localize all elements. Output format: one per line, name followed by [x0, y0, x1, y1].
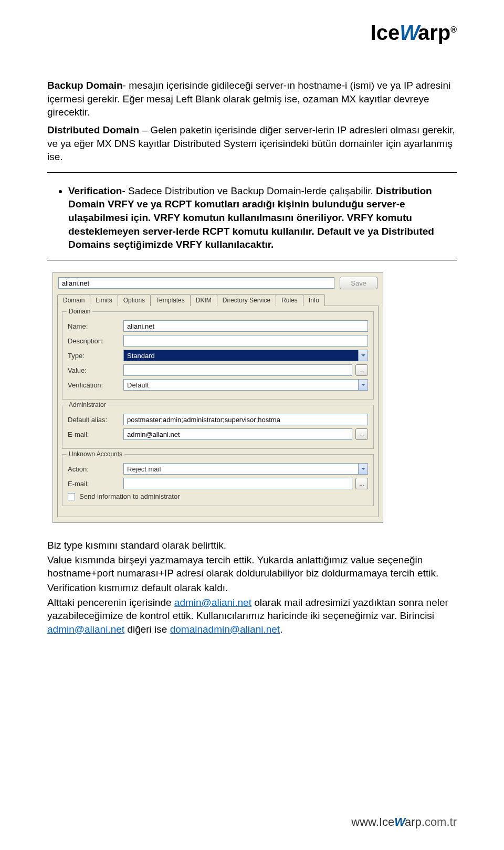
link-admin-2[interactable]: admin@aliani.net: [47, 624, 124, 635]
footer-w: W: [394, 815, 405, 828]
chevron-down-icon[interactable]: [358, 380, 368, 390]
label-action: Action:: [68, 465, 120, 473]
footer-www: www.: [351, 815, 379, 828]
input-name[interactable]: [123, 320, 368, 332]
tab-info[interactable]: Info: [303, 294, 325, 306]
tab-templates[interactable]: Templates: [150, 294, 191, 306]
tab-bar: Domain Limits Options Templates DKIM Dir…: [53, 294, 383, 306]
paragraph-distributed-domain: Distributed Domain – Gelen paketin içeri…: [47, 123, 457, 164]
browse-value-button[interactable]: ...: [355, 364, 368, 376]
select-verification[interactable]: Default: [123, 379, 368, 391]
bottom-line-3: Verification kısmımız default olarak kal…: [47, 581, 457, 595]
logo-w: W: [400, 21, 418, 44]
group-admin-title: Administrator: [67, 401, 108, 408]
domain-quick-input[interactable]: [58, 277, 334, 289]
group-unknown-title: Unknown Accounts: [67, 450, 124, 458]
term-backup-domain: Backup Domain: [47, 80, 123, 91]
group-unknown-accounts: Unknown Accounts Action: Reject mail E-m…: [62, 454, 374, 506]
tab-directory-service[interactable]: Directory Service: [217, 294, 276, 306]
browse-admin-email-button[interactable]: ...: [355, 428, 368, 440]
group-administrator: Administrator Default alias: E-mail: ...: [62, 405, 374, 449]
group-domain: Domain Name: Description: Type: Standard: [62, 311, 374, 400]
document-content: Backup Domain- mesajın içerisinde gidile…: [47, 79, 457, 636]
label-admin-email: E-mail:: [68, 431, 120, 438]
footer-ice: Ice: [379, 815, 394, 828]
checkbox-send-info[interactable]: [68, 493, 75, 500]
logo-reg: ®: [450, 25, 457, 34]
paragraph-backup-domain: Backup Domain- mesajın içerisinde gidile…: [47, 79, 457, 119]
chevron-down-icon[interactable]: [358, 464, 368, 474]
label-unknown-email: E-mail:: [68, 480, 120, 488]
tab-limits[interactable]: Limits: [90, 294, 118, 306]
bl4-a: Alttaki pencerenin içerisinde: [47, 597, 174, 608]
panel-top-row: Save: [53, 272, 383, 293]
bullet-list: Verification- Sadece Distribution ve Bac…: [47, 184, 457, 251]
bottom-line-2: Value kısmında birşeyi yazmamaya tercih …: [47, 553, 457, 580]
input-description[interactable]: [123, 335, 368, 347]
label-verification: Verification:: [68, 381, 120, 389]
link-domainadmin[interactable]: domainadmin@aliani.net: [170, 624, 280, 635]
tab-body: Domain Name: Description: Type: Standard: [57, 306, 379, 517]
bottom-line-1: Biz type kısmını standard olarak belirtt…: [47, 539, 457, 552]
logo-text-ice: Ice: [371, 21, 400, 44]
tab-options[interactable]: Options: [118, 294, 151, 306]
bottom-line-4: Alttaki pencerenin içerisinde admin@alia…: [47, 596, 457, 636]
term-verification: Verification-: [68, 185, 125, 196]
save-button[interactable]: Save: [340, 277, 377, 289]
input-default-alias[interactable]: [123, 414, 368, 425]
tab-dkim[interactable]: DKIM: [190, 294, 217, 306]
input-unknown-email[interactable]: [123, 478, 352, 489]
footer-domain: .com.tr: [422, 815, 457, 828]
select-action[interactable]: Reject mail: [123, 463, 368, 475]
checkbox-send-info-label: Send information to administrator: [79, 492, 180, 500]
select-action-value: Reject mail: [124, 465, 358, 473]
bl4-d: .: [280, 624, 282, 635]
tab-domain[interactable]: Domain: [57, 294, 90, 306]
tab-rules[interactable]: Rules: [276, 294, 303, 306]
select-type-value: Standard: [124, 352, 358, 360]
browse-unknown-email-button[interactable]: ...: [355, 478, 368, 489]
logo-text-arp: arp: [418, 21, 450, 44]
group-domain-title: Domain: [67, 308, 92, 315]
bullet-sentence1: Sadece Distribution ve Backup Domain-ler…: [125, 185, 373, 196]
input-admin-email[interactable]: [123, 428, 352, 440]
separator-2: [47, 260, 457, 260]
label-description: Description:: [68, 337, 120, 345]
bl4-c: diğeri ise: [124, 624, 170, 635]
select-type[interactable]: Standard: [123, 350, 368, 361]
term-distributed-domain: Distributed Domain: [47, 124, 139, 135]
separator-1: [47, 172, 457, 173]
bullet-verification: Verification- Sadece Distribution ve Bac…: [68, 184, 457, 251]
select-verification-value: Default: [124, 381, 358, 389]
footer-logo: www.IceWarp.com.tr: [351, 815, 457, 829]
link-admin-1[interactable]: admin@aliani.net: [174, 597, 251, 608]
footer-arp: arp: [405, 815, 422, 828]
input-value[interactable]: [123, 364, 352, 376]
label-name: Name:: [68, 322, 120, 330]
label-value: Value:: [68, 366, 120, 374]
brand-logo: IceWarp®: [371, 21, 457, 45]
chevron-down-icon[interactable]: [358, 350, 368, 361]
label-type: Type:: [68, 352, 120, 360]
label-default-alias: Default alias:: [68, 416, 120, 424]
app-panel: Save Domain Limits Options Templates DKI…: [52, 272, 383, 523]
